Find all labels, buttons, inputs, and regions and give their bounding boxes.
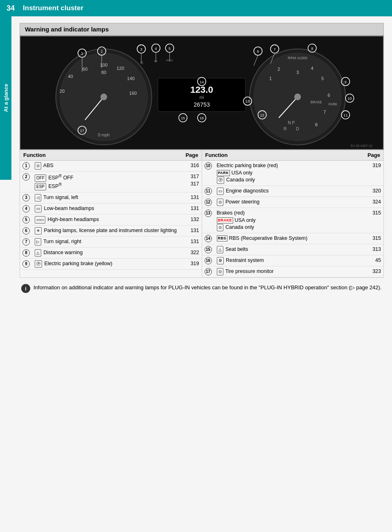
row-number: 13 (205, 210, 212, 217)
chapter-title: Instrument cluster (23, 4, 83, 12)
row-number: 1 (22, 162, 30, 170)
svg-text:D: D (296, 127, 299, 131)
svg-text:BRAKE: BRAKE (311, 101, 322, 104)
row-number: 2 (22, 173, 30, 181)
svg-point-24 (294, 94, 301, 100)
svg-text:100: 100 (100, 63, 108, 67)
brakes-page: 315 (364, 208, 383, 233)
tire-pressure-page: 323 (364, 266, 383, 277)
turn-left-page: 131 (182, 192, 201, 203)
engine-diag-label: Engine diagnostics (226, 188, 269, 194)
esp-page: 317317 (182, 172, 201, 192)
power-steering-label: Power steering (225, 199, 259, 205)
main-content: Warning and indicator lamps 80 100 120 1… (11, 16, 392, 300)
restraint-page: 45 (364, 255, 383, 266)
brake-badge: BRAKE (217, 217, 234, 224)
info-text: Information on additional indicator and … (33, 284, 381, 292)
svg-text:8: 8 (315, 122, 318, 127)
seat-belt-page: 313 (364, 244, 383, 255)
svg-text:26753: 26753 (194, 101, 210, 108)
svg-text:4: 4 (155, 47, 157, 51)
svg-text:120: 120 (117, 66, 125, 71)
svg-text:R: R (283, 127, 286, 131)
engine-diag-icon: ▭ (217, 188, 224, 195)
table-row: 8 △ Distance warning 322 (20, 247, 202, 258)
svg-text:6: 6 (327, 93, 330, 98)
info-note: i Information on additional indicator an… (20, 284, 384, 293)
dashboard-image: 80 100 120 140 160 60 40 20 3 4 5 2 1 6 … (20, 36, 384, 150)
svg-text:160: 160 (129, 91, 137, 96)
row-number: 17 (205, 268, 212, 275)
distance-warning-label: Distance warning (43, 250, 82, 255)
page-number: 34 (7, 4, 15, 13)
distance-warning-page: 322 (182, 247, 201, 258)
svg-text:8: 8 (311, 47, 313, 51)
table-row: 9 Ⓟ Electric parking brake (yellow) 319 (20, 258, 202, 269)
svg-text:RPM x1000: RPM x1000 (288, 56, 307, 60)
row-number: 16 (205, 257, 212, 264)
table-row: 12 ⊙ Power steering 324 (202, 197, 384, 208)
svg-text:3: 3 (140, 47, 142, 51)
row-number: 7 (22, 238, 30, 246)
epb-yellow-icon: Ⓟ (35, 260, 42, 268)
svg-text:11: 11 (343, 113, 347, 117)
svg-text:◁: ◁ (140, 60, 143, 65)
table-row: 17 ⊙ Tire pressure monitor 323 (202, 266, 384, 277)
parking-lamp-label: Parking lamps, license plate and instrum… (44, 228, 176, 233)
sidebar-text: At a glance (3, 84, 9, 112)
brake-canada-icon: ⊙ (217, 224, 223, 231)
brakes-red-label: Brakes (red) (217, 210, 245, 216)
abs-label: ABS (43, 163, 53, 168)
svg-text:2: 2 (278, 67, 280, 72)
row-number: 4 (22, 205, 30, 212)
row-number: 15 (205, 246, 212, 253)
rbs-badge: RBS (217, 235, 228, 241)
power-steering-page: 324 (364, 197, 383, 208)
right-table: Function Page 10 Electric parking brake … (202, 150, 384, 277)
svg-text:7: 7 (274, 47, 276, 51)
svg-text:3: 3 (296, 70, 299, 75)
table-row: 15 △ Seat belts 313 (202, 244, 384, 255)
table-row: 1 ⊙ ABS 316 (20, 161, 202, 172)
turn-right-icon: ▷ (35, 238, 41, 246)
tables-container: Function Page 1 ⊙ ABS 316 (20, 150, 384, 278)
svg-text:1: 1 (81, 51, 83, 56)
svg-text:▭▭: ▭▭ (166, 58, 173, 62)
parking-lamp-icon: ☀ (35, 227, 42, 235)
info-icon: i (21, 284, 30, 293)
section-title: Warning and indicator lamps (20, 23, 384, 36)
svg-text:4: 4 (311, 66, 313, 71)
tire-pressure-label: Tire pressure monitor (225, 268, 274, 274)
epb-red-page: 319 (364, 161, 383, 186)
svg-text:12: 12 (260, 113, 264, 117)
left-func-header: Function (20, 150, 182, 161)
table-row: 11 ▭ Engine diagnostics 320 (202, 186, 384, 197)
high-beam-icon: ▭▭ (35, 216, 45, 224)
left-page-header: Page (182, 150, 201, 161)
row-number: 3 (22, 194, 30, 201)
svg-text:20: 20 (60, 89, 65, 94)
park-badge: PARK (217, 170, 230, 176)
engine-diag-page: 320 (364, 186, 383, 197)
tire-pressure-icon: ⊙ (217, 268, 223, 275)
row-number: 12 (205, 199, 212, 206)
svg-text:80: 80 (101, 70, 106, 75)
high-beam-label: High-beam headlamps (47, 217, 99, 222)
svg-text:5: 5 (321, 76, 324, 81)
rbs-label: RBS (Recuperative Brake System) (229, 235, 307, 241)
svg-text:13: 13 (245, 99, 249, 103)
row-number: 9 (22, 260, 30, 268)
esp-icon: ESP (35, 183, 46, 190)
svg-text:40: 40 (68, 74, 73, 79)
seat-belt-icon: △ (217, 246, 223, 253)
svg-text:1: 1 (269, 76, 272, 81)
left-table: Function Page 1 ⊙ ABS 316 (20, 150, 202, 277)
sidebar-label: At a glance (0, 16, 11, 180)
turn-right-label: Turn signal, right (43, 239, 81, 244)
svg-text:7: 7 (323, 110, 326, 114)
table-row: 16 ⚙ Restraint system 45 (202, 255, 384, 266)
svg-text:0 mph: 0 mph (98, 133, 109, 137)
svg-text:9: 9 (345, 80, 347, 84)
table-row: 2 OFF ESP® OFF ESP ESP® 317317 (20, 172, 202, 192)
svg-text:15: 15 (181, 116, 185, 120)
